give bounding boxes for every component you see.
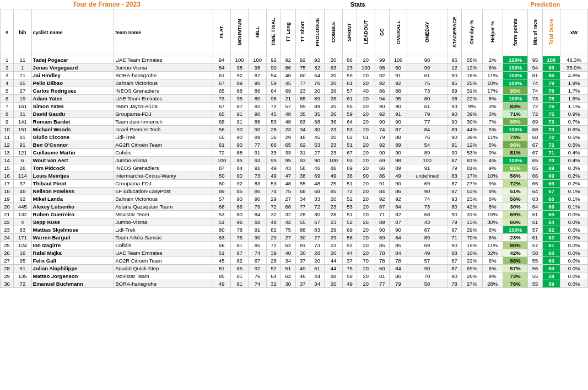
bib-cell: 135 bbox=[14, 273, 31, 280]
team-cell: Cofidis bbox=[114, 149, 213, 157]
gc-cell: 94 bbox=[375, 95, 389, 103]
bib-cell: 31 bbox=[14, 110, 31, 118]
xw-cell: 35.0% bbox=[560, 64, 588, 72]
team-header: team name bbox=[114, 9, 213, 56]
flat-cell: 81 bbox=[213, 265, 230, 273]
sprint-cell: 72 bbox=[342, 188, 357, 195]
name-cell: Carlos Rodriguez bbox=[31, 87, 114, 95]
rank-cell: 20 bbox=[1, 203, 14, 211]
oneday-cell: 73 bbox=[407, 203, 447, 211]
total-cell: 62 bbox=[542, 234, 560, 242]
flat-cell: 73 bbox=[213, 95, 230, 103]
form-cell: 74% bbox=[503, 133, 528, 141]
sprint-cell: 23 bbox=[342, 64, 357, 72]
helper-pct-cell: 30% bbox=[482, 218, 503, 226]
bib-cell: 151 bbox=[14, 126, 31, 133]
sprint-header: SPRINT bbox=[342, 9, 357, 56]
mix-cell: 95 bbox=[528, 56, 542, 64]
cobble-cell: 20 bbox=[325, 280, 342, 288]
mountain-cell: 90 bbox=[231, 195, 249, 203]
ttlong-cell: 68 bbox=[281, 203, 295, 211]
sprint-cell: 86 bbox=[342, 56, 357, 64]
ttshort-cell: 60 bbox=[295, 72, 310, 79]
name-cell: Mattias Skjelmose bbox=[31, 226, 114, 234]
ttshort-cell: 38 bbox=[295, 172, 310, 180]
form-cell: 30% bbox=[503, 203, 528, 211]
flat-cell: 72 bbox=[213, 149, 230, 157]
form-cell: 100% bbox=[503, 226, 528, 234]
trial-cell: 36 bbox=[266, 133, 280, 141]
rank-cell: 19 bbox=[1, 195, 14, 203]
cobble-cell: 28 bbox=[325, 211, 342, 218]
prologue-cell: 90 bbox=[310, 157, 324, 164]
xw-cell: 0.3% bbox=[560, 164, 588, 172]
hill-cell: 88 bbox=[249, 118, 266, 126]
ttlong-cell: 34 bbox=[281, 257, 295, 265]
team-cell: Lidl-Trek bbox=[114, 226, 213, 234]
xw-cell: 0.0% bbox=[560, 234, 588, 242]
name-cell: Rafal Majka bbox=[31, 249, 114, 257]
oneday-pct-cell: 81% bbox=[462, 164, 482, 172]
flat-cell: 65 bbox=[213, 110, 230, 118]
helper-pct-cell: 11% bbox=[482, 133, 503, 141]
flat-cell: 84 bbox=[213, 64, 230, 72]
helper-pct-cell: 8% bbox=[482, 195, 503, 203]
total-cell: 59 bbox=[542, 273, 560, 280]
sprint-cell: 51 bbox=[342, 141, 357, 149]
mix-cell: 68 bbox=[528, 126, 542, 133]
form-cell: 42% bbox=[503, 249, 528, 257]
gc-cell: 66 bbox=[375, 164, 389, 172]
helper-pct-cell: 8% bbox=[482, 95, 503, 103]
oneday-cell: 99 bbox=[407, 64, 447, 72]
oneday-pct-cell: 10% bbox=[462, 249, 482, 257]
mountain-cell: 100 bbox=[231, 56, 249, 64]
mountain-cell: 95 bbox=[231, 95, 249, 103]
cobble-cell: 23 bbox=[325, 149, 342, 157]
flat-cell: 67 bbox=[213, 103, 230, 110]
bib-cell: 171 bbox=[14, 234, 31, 242]
total-cell: 75 bbox=[542, 110, 560, 118]
team-cell: AG2R Citroën Team bbox=[114, 257, 213, 265]
oneday-pct-cell: 22% bbox=[462, 257, 482, 265]
name-cell: Ion Izagirre bbox=[31, 242, 114, 249]
mountain-cell: 90 bbox=[231, 172, 249, 180]
helper-pct-cell: 3% bbox=[482, 103, 503, 110]
overall-cell: 98 bbox=[389, 157, 407, 164]
name-cell: Neilson Powless bbox=[31, 188, 114, 195]
gc-cell: 81 bbox=[375, 273, 389, 280]
table-row: 8 31 David Gaudu Groupama-FDJ 65 91 90 4… bbox=[1, 110, 588, 118]
prologue-cell: 28 bbox=[310, 249, 324, 257]
ttlong-cell: 47 bbox=[281, 172, 295, 180]
ttshort-cell: 30 bbox=[295, 249, 310, 257]
form-cell: 95% bbox=[503, 118, 528, 126]
name-cell: Wout van Aert bbox=[31, 157, 114, 164]
total-cell: 66 bbox=[542, 203, 560, 211]
cobble-cell: 88 bbox=[325, 273, 342, 280]
rank-cell: 14 bbox=[1, 157, 14, 164]
gc-cell: 85 bbox=[375, 242, 389, 249]
hill-cell: 76 bbox=[249, 273, 266, 280]
hill-cell: 67 bbox=[249, 257, 266, 265]
leadout-cell: 20 bbox=[357, 242, 375, 249]
mix-header: Mix of race bbox=[528, 9, 542, 56]
name-cell: Julian Alaphilippe bbox=[31, 265, 114, 273]
stagerace-cell: 93 bbox=[447, 103, 461, 110]
total-cell: 61 bbox=[542, 242, 560, 249]
gc-cell: 86 bbox=[375, 87, 389, 95]
leadout-cell: 20 bbox=[357, 211, 375, 218]
ttshort-cell: 92 bbox=[295, 56, 310, 64]
helper-pct-cell: 28% bbox=[482, 280, 503, 288]
mountain-cell: 81 bbox=[231, 280, 249, 288]
team-cell: INEOS Grenadiers bbox=[114, 87, 213, 95]
xw-cell: 0.4% bbox=[560, 149, 588, 157]
name-cell: Giulio Ciccone bbox=[31, 133, 114, 141]
cobble-cell: 23 bbox=[325, 218, 342, 226]
leadout-cell: 20 bbox=[357, 195, 375, 203]
total-cell: 70 bbox=[542, 157, 560, 164]
oneday-cell: 57 bbox=[407, 257, 447, 265]
form-cell: 100% bbox=[503, 56, 528, 64]
helper-pct-cell: 6% bbox=[482, 265, 503, 273]
sprint-cell: 67 bbox=[342, 149, 357, 157]
oneday-pct-cell: 9% bbox=[462, 103, 482, 110]
xw-cell: 0.0% bbox=[560, 265, 588, 273]
